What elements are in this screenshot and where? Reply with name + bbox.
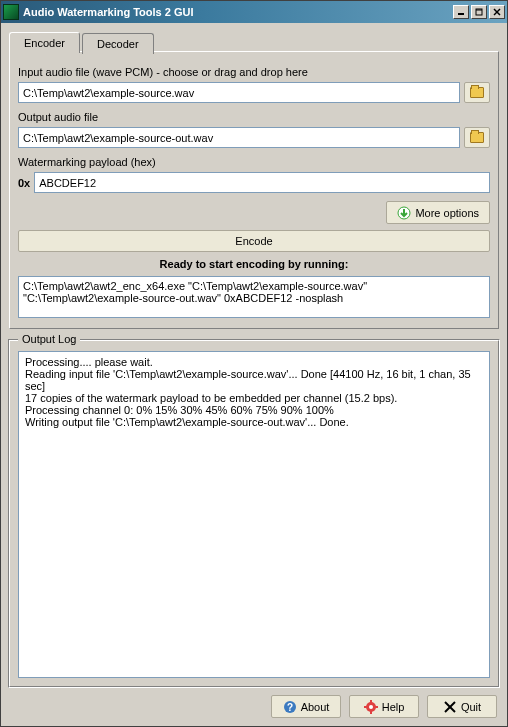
app-icon [3, 4, 19, 20]
tab-decoder[interactable]: Decoder [82, 33, 154, 54]
more-options-button[interactable]: More options [386, 201, 490, 224]
footer-buttons: ? About Help Qu [9, 687, 499, 720]
output-log-text[interactable]: Processing.... please wait. Reading inpu… [18, 351, 490, 678]
payload-prefix: 0x [18, 177, 30, 189]
payload-field[interactable] [34, 172, 490, 193]
svg-text:?: ? [287, 702, 293, 713]
minimize-button[interactable] [453, 5, 469, 19]
help-icon [364, 700, 378, 714]
window-title: Audio Watermarking Tools 2 GUI [23, 6, 453, 18]
down-arrow-icon [397, 206, 411, 220]
quit-button[interactable]: Quit [427, 695, 497, 718]
svg-rect-13 [374, 706, 378, 708]
input-file-label: Input audio file (wave PCM) - choose or … [18, 66, 490, 78]
payload-label: Watermarking payload (hex) [18, 156, 490, 168]
output-browse-button[interactable] [464, 127, 490, 148]
svg-rect-10 [370, 700, 372, 704]
more-options-label: More options [415, 207, 479, 219]
input-file-field[interactable] [18, 82, 460, 103]
input-browse-button[interactable] [464, 82, 490, 103]
close-icon [493, 8, 501, 16]
minimize-icon [457, 8, 465, 16]
folder-icon [470, 87, 484, 98]
app-window: Audio Watermarking Tools 2 GUI Encoder D… [0, 0, 508, 727]
svg-rect-12 [364, 706, 368, 708]
encode-button-label: Encode [235, 235, 272, 247]
payload-row: 0x [18, 172, 490, 193]
svg-point-9 [369, 705, 373, 709]
more-options-row: More options [18, 201, 490, 224]
tab-strip: Encoder Decoder [9, 31, 499, 52]
encoder-panel: Input audio file (wave PCM) - choose or … [9, 51, 499, 329]
quit-icon [443, 700, 457, 714]
tab-encoder[interactable]: Encoder [9, 32, 80, 53]
command-preview[interactable] [18, 276, 490, 318]
client-area: Encoder Decoder Input audio file (wave P… [1, 23, 507, 726]
output-file-field[interactable] [18, 127, 460, 148]
maximize-button[interactable] [471, 5, 487, 19]
about-label: About [301, 701, 330, 713]
maximize-icon [475, 8, 483, 16]
output-log-title: Output Log [18, 333, 80, 345]
status-heading: Ready to start encoding by running: [18, 258, 490, 270]
output-file-row [18, 127, 490, 148]
close-button[interactable] [489, 5, 505, 19]
about-icon: ? [283, 700, 297, 714]
help-label: Help [382, 701, 405, 713]
titlebar: Audio Watermarking Tools 2 GUI [1, 1, 507, 23]
about-button[interactable]: ? About [271, 695, 341, 718]
encode-button[interactable]: Encode [18, 230, 490, 252]
help-button[interactable]: Help [349, 695, 419, 718]
output-file-label: Output audio file [18, 111, 490, 123]
folder-icon [470, 132, 484, 143]
quit-label: Quit [461, 701, 481, 713]
svg-rect-11 [370, 710, 372, 714]
input-file-row [18, 82, 490, 103]
output-log-group: Output Log Processing.... please wait. R… [9, 340, 499, 687]
window-controls [453, 5, 505, 19]
